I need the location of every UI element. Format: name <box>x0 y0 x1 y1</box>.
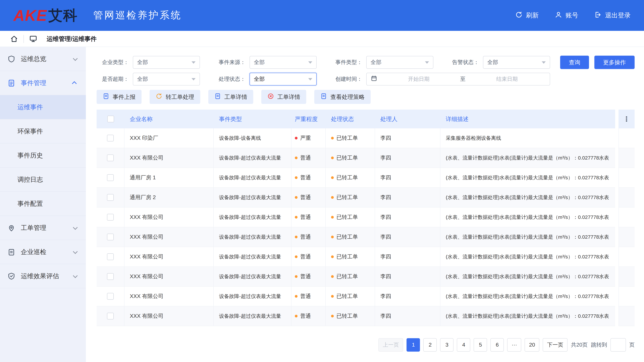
date-separator: 至 <box>460 76 466 83</box>
company-cell: 通用厂房 2 <box>124 188 214 207</box>
monitor-icon[interactable] <box>29 35 37 43</box>
sidebar-item-label: 运维事件 <box>18 103 43 111</box>
sidebar-item-env-events[interactable]: 环保事件 <box>0 119 86 143</box>
logout-icon <box>594 11 602 20</box>
more-actions-button[interactable]: 更多操作 <box>594 56 634 69</box>
status-cell: 已转工单 <box>326 306 375 326</box>
row-checkbox[interactable] <box>107 273 114 280</box>
column-header-status[interactable]: 处理状态 <box>326 110 375 128</box>
detail-cell: (水表、流量计数据处理)水表(流量计)最大流量是（m³/s）：0.027778水… <box>440 267 615 286</box>
status-dot <box>331 295 334 298</box>
table-row: XXX 有限公司 设备故障-超过仪表最大流量 普通 已转工单 <box>96 148 615 168</box>
sidebar-item-overview[interactable]: 运维总览 <box>0 47 86 71</box>
column-header-type[interactable]: 事件类型 <box>214 110 292 128</box>
sidebar-item-event-history[interactable]: 事件历史 <box>0 143 86 168</box>
row-checkbox[interactable] <box>107 194 114 201</box>
page-number-button[interactable]: 6 <box>490 338 504 352</box>
alarm-status-select[interactable]: 全部 <box>483 56 550 69</box>
detail-cell: (水表、流量计数据处理)水表(流量计)最大流量是（m³/s）：0.027778水… <box>440 306 615 326</box>
workorder-detail-button[interactable]: 工单详情 <box>208 90 253 104</box>
status-cell: 已转工单 <box>326 267 375 286</box>
handle-status-select[interactable]: 全部 <box>250 73 317 85</box>
event-source-select[interactable]: 全部 <box>250 56 317 69</box>
column-header-handler[interactable]: 处理人 <box>375 110 440 128</box>
table-row: XXX 有限公司 设备故障-超过仪表最大流量 普通 已转工单 <box>96 247 615 267</box>
column-header-severity[interactable]: 严重程度 <box>292 110 326 128</box>
row-actions-cell <box>618 247 634 267</box>
date-range-picker[interactable]: 开始日期 至 结束日期 <box>366 73 550 85</box>
table-row: XXX 有限公司 设备故障-超过仪表最大流量 普通 已转工单 <box>96 267 615 287</box>
page-number-button[interactable]: 2 <box>424 338 437 352</box>
page-number-button[interactable]: ··· <box>507 338 522 352</box>
event-type-cell: 设备故障-超过仪表最大流量 <box>214 267 292 286</box>
account-button[interactable]: 账号 <box>555 11 578 20</box>
severity-dot <box>295 315 298 318</box>
next-page-button[interactable]: 下一页 <box>543 338 568 352</box>
view-strategy-button[interactable]: 查看处理策略 <box>314 90 371 104</box>
row-checkbox[interactable] <box>107 135 114 141</box>
sidebar-item-ops-evaluation[interactable]: 运维效果评估 <box>0 264 86 288</box>
page-number-button[interactable]: 4 <box>457 338 470 352</box>
column-settings-icon[interactable]: ⋮ <box>618 110 634 128</box>
create-time-label: 创建时间： <box>330 76 362 83</box>
jump-page-input[interactable] <box>610 338 626 352</box>
handler-cell: 李四 <box>375 247 440 267</box>
column-header-company[interactable]: 企业名称 <box>124 110 214 128</box>
row-checkbox[interactable] <box>107 293 114 300</box>
sidebar-item-label: 事件配置 <box>18 199 43 208</box>
company-cell: XXX 有限公司 <box>124 287 214 306</box>
report-event-button[interactable]: 事件上报 <box>96 90 142 104</box>
handler-cell: 李四 <box>375 148 440 168</box>
table-header: 企业名称 事件类型 严重程度 处理状态 处理人 详细描述 <box>96 110 615 128</box>
status-cell: 已转工单 <box>326 168 375 187</box>
row-checkbox[interactable] <box>107 155 114 161</box>
page-number-button[interactable]: 5 <box>474 338 487 352</box>
company-type-select[interactable]: 全部 <box>133 56 200 69</box>
refresh-button[interactable]: 刷新 <box>515 11 539 20</box>
severity-dot <box>295 216 298 219</box>
table-scrollbar-track[interactable] <box>615 110 618 326</box>
column-header-detail[interactable]: 详细描述 <box>440 110 615 128</box>
company-cell: XXX 有限公司 <box>124 207 214 227</box>
detail-cell: (水表、流量计数据处理)水表(流量计)最大流量是（m³/s）：0.027778水… <box>440 287 615 306</box>
search-button[interactable]: 查询 <box>560 56 589 69</box>
row-actions-cell <box>618 148 634 168</box>
sidebar-item-workorder-management[interactable]: 工单管理 <box>0 216 86 240</box>
page-number-button[interactable]: 20 <box>525 338 540 352</box>
severity-cell: 普通 <box>292 247 326 267</box>
sidebar-item-control-logs[interactable]: 调控日志 <box>0 168 86 192</box>
severity-cell: 普通 <box>292 148 326 168</box>
row-checkbox[interactable] <box>107 234 114 240</box>
overdue-select[interactable]: 全部 <box>133 73 200 85</box>
severity-cell: 普通 <box>292 207 326 227</box>
total-pages-text: 共20页 <box>571 341 588 349</box>
page-number-button[interactable]: 3 <box>440 338 454 352</box>
row-checkbox[interactable] <box>107 174 114 181</box>
event-type-select[interactable]: 全部 <box>366 56 433 69</box>
sidebar-item-event-management[interactable]: 事件管理 <box>0 71 86 95</box>
table-row: 通用厂房 2 设备故障-超过仪表最大流量 普通 已转工单 <box>96 188 615 207</box>
event-type-cell: 设备故障-超过仪表最大流量 <box>214 168 292 187</box>
sidebar-item-enterprise-inspection[interactable]: 企业巡检 <box>0 240 86 264</box>
row-checkbox[interactable] <box>107 253 114 260</box>
table-row: XXX 印染厂 设备故障-设备离线 严重 已转工单 <box>96 128 615 148</box>
severity-cell: 普通 <box>292 306 326 326</box>
event-source-label: 事件来源： <box>213 59 246 66</box>
sidebar-item-event-config[interactable]: 事件配置 <box>0 192 86 216</box>
select-all-checkbox[interactable] <box>107 116 114 122</box>
prev-page-button[interactable]: 上一页 <box>378 338 403 352</box>
page-number-button[interactable]: 1 <box>407 338 420 352</box>
row-checkbox[interactable] <box>107 214 114 221</box>
to-workorder-button[interactable]: 转工单处理 <box>150 90 200 104</box>
refresh-icon <box>515 11 522 20</box>
row-checkbox[interactable] <box>107 313 114 320</box>
home-icon[interactable] <box>10 35 18 43</box>
workorder-detail-2-button[interactable]: 工单详情 <box>261 90 306 104</box>
sidebar-item-ops-events[interactable]: 运维事件 <box>0 95 86 119</box>
sidebar-item-label: 运维效果评估 <box>21 272 59 280</box>
logout-button[interactable]: 退出登录 <box>594 11 630 20</box>
table-row: 通用厂房 1 设备故障-超过仪表最大流量 普通 已转工单 <box>96 168 615 188</box>
detail-cell: (水表、流量计数据处理)水表(流量计)最大流量是（m³/s）：0.027778水… <box>440 188 615 207</box>
chevron-down-icon <box>308 61 312 63</box>
status-dot <box>331 255 334 258</box>
